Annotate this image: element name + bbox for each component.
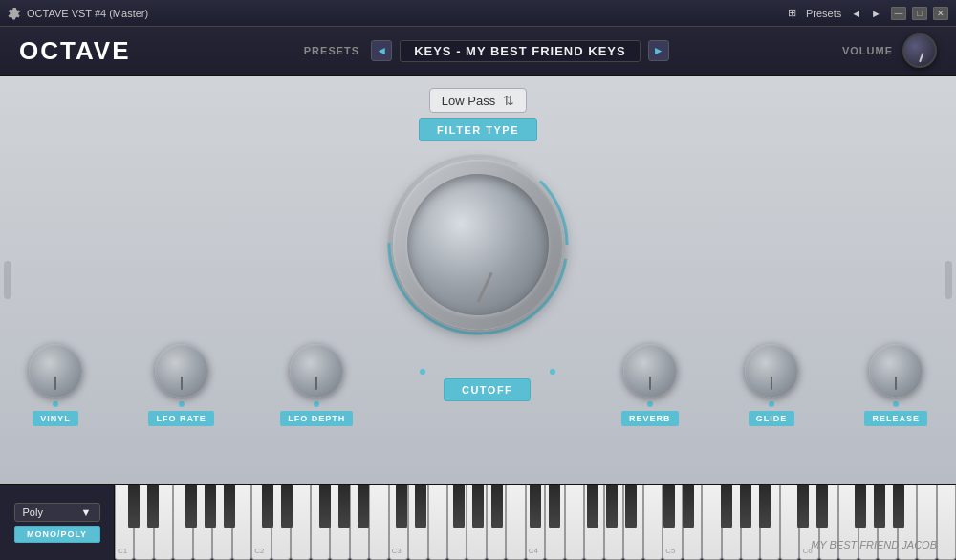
piano-black-key[interactable]	[625, 485, 637, 528]
piano-black-key[interactable]	[530, 485, 541, 528]
piano-black-key[interactable]	[816, 485, 828, 528]
release-dot	[893, 401, 899, 407]
octave-label: C3	[392, 547, 402, 555]
title-bar-left: OCTAVE VST #4 (Master)	[8, 7, 148, 20]
resize-handle-left[interactable]	[4, 261, 11, 299]
cutoff-knob-inner	[407, 174, 549, 315]
header-bar: OCTAVE PRESETS ◄ KEYS - MY BEST FRIEND K…	[0, 27, 956, 76]
nav-prev-title[interactable]: ◄	[851, 8, 861, 19]
preset-next-button[interactable]: ►	[648, 40, 669, 61]
filter-type-button[interactable]: FILTER TYPE	[419, 118, 537, 141]
glide-group: GLIDE	[745, 344, 798, 426]
piano-black-key[interactable]	[396, 485, 407, 528]
restore-button[interactable]: □	[912, 7, 927, 20]
piano-black-key[interactable]	[606, 485, 618, 528]
filter-dropdown-value: Low Pass	[442, 94, 495, 108]
glide-label: GLIDE	[749, 411, 795, 426]
piano-white-key[interactable]	[702, 485, 721, 560]
lfo-depth-group: LFO DEPTH	[280, 344, 353, 426]
piano-black-key[interactable]	[185, 485, 197, 528]
controls-row: VINYL LFO RATE LFO DEPTH CUTOFF	[19, 344, 937, 426]
reverb-label: REVERB	[621, 411, 679, 426]
piano-black-key[interactable]	[415, 485, 426, 528]
piano-black-key[interactable]	[683, 485, 694, 528]
piano-black-key[interactable]	[224, 485, 235, 528]
title-text: OCTAVE VST #4 (Master)	[27, 8, 148, 19]
piano-black-key[interactable]	[319, 485, 331, 528]
piano-black-key[interactable]	[262, 485, 273, 528]
presets-menu-label[interactable]: Presets	[806, 8, 841, 19]
lfo-rate-knob[interactable]	[155, 344, 208, 398]
preset-prev-button[interactable]: ◄	[371, 40, 392, 61]
cutoff-section	[382, 149, 574, 340]
piano-black-key[interactable]	[740, 485, 751, 528]
resize-handle-right[interactable]	[945, 261, 952, 299]
piano-black-key[interactable]	[205, 485, 216, 528]
lfo-depth-dot	[314, 401, 319, 407]
presets-label: PRESETS	[304, 45, 359, 56]
piano-black-key[interactable]	[338, 485, 350, 528]
piano-black-key[interactable]	[855, 485, 866, 528]
piano-keys-wrap: C1C2C3C4C5C6 MY BEST FRIEND JACOB	[115, 485, 956, 560]
piano-black-key[interactable]	[663, 485, 675, 528]
piano-black-key[interactable]	[721, 485, 732, 528]
mono-poly-button[interactable]: MONO/POLY	[14, 526, 100, 543]
cutoff-dot-left	[420, 369, 425, 375]
lfo-depth-knob[interactable]	[290, 344, 343, 398]
piano-white-key[interactable]	[428, 485, 447, 560]
cutoff-knob-indicator	[477, 272, 493, 303]
lfo-rate-dot	[179, 401, 185, 407]
vinyl-dot	[53, 401, 58, 407]
glide-knob[interactable]	[745, 344, 798, 398]
piano-black-key[interactable]	[893, 485, 904, 528]
cutoff-button[interactable]: CUTOFF	[444, 378, 531, 401]
piano-white-key[interactable]	[937, 485, 956, 560]
piano-black-key[interactable]	[759, 485, 771, 528]
piano-white-key[interactable]	[369, 485, 388, 560]
vinyl-knob[interactable]	[29, 344, 82, 398]
window-controls: — □ ✕	[891, 7, 948, 20]
piano-black-key[interactable]	[549, 485, 560, 528]
reverb-dot	[647, 401, 653, 407]
glide-dot	[769, 401, 774, 407]
piano-white-key[interactable]	[291, 485, 310, 560]
poly-select[interactable]: Poly ▼	[14, 503, 100, 522]
minimize-button[interactable]: —	[891, 7, 906, 20]
keyboard-section: Poly ▼ MONO/POLY C1C2C3C4C5C6 MY BEST FR…	[0, 484, 956, 560]
release-knob[interactable]	[869, 344, 923, 398]
piano-black-key[interactable]	[491, 485, 503, 528]
cutoff-knob-container	[382, 149, 574, 340]
keyboard-controls: Poly ▼ MONO/POLY	[0, 485, 115, 560]
filter-section: Low Pass ⇅ FILTER TYPE	[419, 88, 537, 141]
piano-black-key[interactable]	[874, 485, 885, 528]
piano-black-key[interactable]	[797, 485, 809, 528]
volume-knob[interactable]	[902, 33, 937, 68]
main-content: Low Pass ⇅ FILTER TYPE	[0, 76, 956, 484]
piano-black-key[interactable]	[147, 485, 159, 528]
piano-black-key[interactable]	[358, 485, 369, 528]
octave-label: C4	[529, 547, 538, 555]
piano-black-key[interactable]	[472, 485, 484, 528]
volume-label: VOLUME	[842, 45, 893, 56]
piano-black-key[interactable]	[281, 485, 293, 528]
piano-black-key[interactable]	[587, 485, 598, 528]
cutoff-knob-outer[interactable]	[393, 160, 563, 330]
cutoff-dots-row	[420, 369, 555, 375]
piano-black-key[interactable]	[128, 485, 140, 528]
piano-white-key[interactable]	[506, 485, 525, 560]
vinyl-label: VINYL	[33, 411, 78, 426]
lfo-rate-label: LFO RATE	[148, 411, 213, 426]
dropdown-arrow-icon: ⇅	[503, 93, 514, 108]
piano-white-key[interactable]	[643, 485, 663, 560]
preset-name-display: KEYS - MY BEST FRIEND KEYS	[400, 40, 641, 62]
reverb-knob[interactable]	[623, 344, 677, 398]
vinyl-group: VINYL	[29, 344, 82, 426]
gear-icon	[8, 7, 21, 20]
nav-next-title[interactable]: ►	[871, 8, 881, 19]
plugin-window: OCTAVE PRESETS ◄ KEYS - MY BEST FRIEND K…	[0, 27, 956, 560]
title-bar: OCTAVE VST #4 (Master) ⊞ Presets ◄ ► — □…	[0, 0, 956, 27]
filter-type-dropdown[interactable]: Low Pass ⇅	[429, 88, 527, 113]
piano-white-key[interactable]	[565, 485, 584, 560]
close-button[interactable]: ✕	[933, 7, 948, 20]
piano-black-key[interactable]	[453, 485, 465, 528]
